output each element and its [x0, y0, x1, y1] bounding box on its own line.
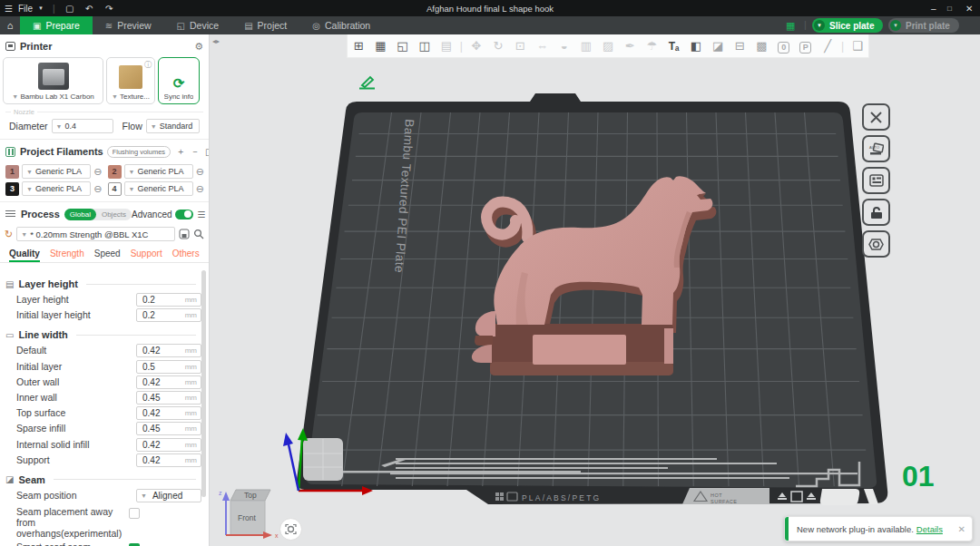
advanced-toggle[interactable] [175, 210, 193, 219]
boolean-icon[interactable]: ◪ [707, 39, 729, 53]
process-tab-speed[interactable]: Speed [94, 249, 121, 262]
filament-color-swatch[interactable]: 4 [108, 182, 122, 196]
toast-close-icon[interactable]: ✕ [958, 524, 965, 534]
checkbox[interactable] [129, 508, 140, 519]
orientation-cube[interactable]: Top Front z x [218, 483, 283, 546]
history-icon[interactable]: ↻ [5, 229, 13, 240]
value-input[interactable]: 0.42mm [136, 406, 201, 420]
viewport-3d[interactable]: ◂▸ Bambu Textured PEI Plate [210, 34, 980, 546]
close-button[interactable]: ✕ [965, 0, 973, 16]
printer-settings-gear-icon[interactable]: ⚙ [194, 41, 203, 53]
slice-plate-button[interactable]: ▼ Slice plate [812, 18, 883, 33]
print-dropdown-icon[interactable]: ▼ [890, 20, 901, 31]
remove-filament-icon[interactable]: － [191, 145, 200, 158]
support-paint-icon[interactable]: ☂ [641, 39, 662, 53]
add-filament-icon[interactable]: ＋ [176, 145, 185, 158]
auto-orient-all-button[interactable]: AUTO [862, 135, 890, 162]
info-icon[interactable]: ⓘ [144, 60, 152, 70]
global-objects-toggle[interactable]: Global Objects [64, 209, 132, 220]
paint-icon[interactable]: ✒ [619, 39, 641, 53]
color-change-icon[interactable]: ◧ [685, 39, 707, 53]
tab-project[interactable]: ▤Project [231, 16, 299, 34]
value-input[interactable]: 0.45mm [136, 422, 201, 435]
objects-list-button[interactable] [862, 167, 890, 194]
diameter-dropdown[interactable]: ▼0.4 [52, 119, 113, 133]
preset-list-icon[interactable]: ☰ [198, 210, 206, 219]
slice-dropdown-icon[interactable]: ▼ [814, 20, 825, 31]
sync-filament-icon[interactable]: ◫ [205, 147, 210, 157]
build-plate[interactable]: Bambu Textured PEI Plate PLA/ABS/PETG HO… [297, 93, 887, 505]
mesh-icon[interactable]: ▩ [750, 39, 772, 53]
value-input[interactable]: 0.45mm [136, 391, 201, 405]
layers-icon[interactable]: ▤ [436, 39, 457, 53]
restore-button[interactable]: □ [947, 0, 952, 16]
zero-badge-icon[interactable]: 0 [773, 39, 795, 54]
value-input[interactable]: 0.42mm [136, 438, 201, 452]
arrange-icon[interactable]: ◫ [414, 39, 436, 53]
ruler-icon[interactable]: ╱ [817, 39, 838, 53]
process-tab-strength[interactable]: Strength [50, 249, 84, 262]
plate-type-card[interactable]: ⓘ ▼ Texture... [106, 57, 155, 104]
plates-icon[interactable]: ▦ [786, 20, 795, 32]
move-icon[interactable]: ✥ [466, 39, 487, 53]
value-input[interactable]: 0.2mm [136, 293, 201, 307]
plate-settings-icon[interactable]: P [795, 39, 817, 54]
preset-dropdown[interactable]: ▼* 0.20mm Strength @BBL X1C [16, 227, 175, 241]
add-plate-icon[interactable]: ▦ [369, 39, 391, 53]
filament-remove-icon[interactable]: ⊖ [196, 184, 204, 194]
process-tab-others[interactable]: Others [172, 249, 200, 262]
tab-prepare[interactable]: ▣Prepare [20, 16, 93, 34]
printer-card[interactable]: ▼ Bambu Lab X1 Carbon [3, 57, 103, 104]
value-input[interactable]: 0.2mm [136, 308, 201, 322]
process-header: Process [21, 209, 60, 219]
split-objects-icon[interactable]: ▥ [575, 39, 597, 53]
snapshot-button[interactable] [279, 518, 302, 541]
tab-preview[interactable]: ≋Preview [93, 16, 164, 34]
filament-color-swatch[interactable]: 3 [5, 182, 19, 196]
lay-flat-icon[interactable]: ◒ [554, 39, 575, 53]
minimize-button[interactable]: – [931, 0, 936, 16]
filament-remove-icon[interactable]: ⊖ [196, 167, 204, 177]
add-object-icon[interactable]: ⊞ [348, 39, 369, 53]
value-input[interactable]: 0.42mm [136, 453, 201, 467]
search-icon[interactable] [193, 229, 204, 239]
filament-color-swatch[interactable]: 2 [108, 165, 122, 179]
negative-part-icon[interactable]: ⊟ [729, 39, 750, 53]
edit-pencil-icon[interactable] [358, 74, 377, 93]
tab-device[interactable]: ◱Device [164, 16, 232, 34]
auto-orient-icon[interactable]: ◱ [391, 39, 413, 53]
rotate-icon[interactable]: ↻ [487, 39, 509, 53]
save-preset-icon[interactable] [179, 229, 190, 239]
process-tab-support[interactable]: Support [131, 249, 162, 262]
toast-details-link[interactable]: Details [916, 524, 943, 534]
assembly-view-button[interactable] [862, 230, 890, 258]
tab-calibration[interactable]: ◎Calibration [299, 16, 383, 34]
value-input[interactable]: 0.42mm [136, 375, 201, 389]
filament-dropdown[interactable]: ▼Generic PLA [124, 164, 193, 179]
filament-dropdown[interactable]: ▼Generic PLA [22, 181, 91, 196]
delete-all-button[interactable] [862, 103, 890, 131]
mirror-icon[interactable]: ⇔ [531, 39, 553, 53]
split-parts-icon[interactable]: ▨ [597, 39, 619, 53]
home-button[interactable]: ⌂ [0, 16, 20, 34]
assembly-icon[interactable]: ❑ [847, 39, 868, 53]
value-input[interactable]: 0.5mm [136, 360, 201, 374]
print-plate-button[interactable]: ▼ Print plate [888, 18, 959, 33]
value-input[interactable]: 0.42mm [136, 344, 201, 357]
filament-remove-icon[interactable]: ⊖ [93, 167, 102, 177]
process-tab-quality[interactable]: Quality [9, 249, 40, 262]
scale-icon[interactable]: ⊡ [509, 39, 531, 53]
flow-dropdown[interactable]: ▼Standard [146, 119, 200, 133]
dropdown[interactable]: ▼Aligned [136, 489, 201, 502]
sidebar-scrollbar[interactable] [201, 270, 206, 497]
flushing-volumes-button[interactable]: Flushing volumes [107, 146, 171, 158]
sync-info-button[interactable]: ⟳ Sync info [158, 57, 200, 104]
cube-top-label: Top [244, 491, 257, 500]
filament-remove-icon[interactable]: ⊖ [93, 184, 102, 194]
filament-color-swatch[interactable]: 1 [5, 165, 19, 179]
filament-dropdown[interactable]: ▼Generic PLA [22, 164, 91, 179]
lock-button[interactable] [862, 199, 890, 226]
text-tool-icon[interactable]: Tₐ [663, 40, 685, 53]
filament-dropdown[interactable]: ▼Generic PLA [124, 181, 193, 196]
section-seam: ◪Seam [5, 474, 196, 485]
